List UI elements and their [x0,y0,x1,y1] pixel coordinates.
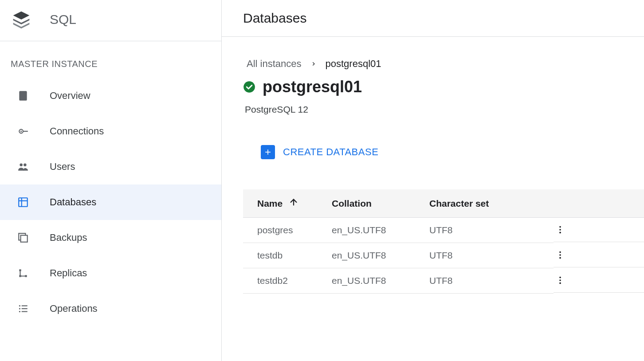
svg-point-24 [559,251,561,253]
svg-point-28 [559,279,561,281]
overview-icon [16,89,30,103]
row-actions-menu[interactable] [554,225,567,235]
column-header-name-label: Name [257,198,283,209]
main-content: Databases All instances postgresql01 pos… [222,0,644,361]
plus-icon [261,145,275,159]
row-actions-menu[interactable] [554,250,567,260]
column-header-charset[interactable]: Character set [429,189,554,218]
sidebar: SQL MASTER INSTANCE Overview Connections [0,0,222,361]
breadcrumb: All instances postgresql01 [243,58,644,70]
svg-point-19 [243,81,255,93]
table-row: testdb en_US.UTF8 UTF8 [243,243,644,268]
sidebar-item-label: Users [50,161,75,173]
db-collation-cell: en_US.UTF8 [332,243,429,268]
db-collation-cell: en_US.UTF8 [332,268,429,294]
svg-rect-14 [22,305,27,306]
svg-point-26 [559,257,561,259]
svg-point-4 [24,163,27,166]
sidebar-items: Overview Connections Users Databases [0,78,221,326]
chevron-right-icon [310,61,317,67]
sidebar-item-label: Databases [50,196,96,208]
sidebar-item-operations[interactable]: Operations [0,291,221,326]
sidebar-item-replicas[interactable]: Replicas [0,255,221,291]
sidebar-header: SQL [0,0,221,41]
column-header-name[interactable]: Name [257,197,298,209]
sidebar-item-label: Backups [50,232,87,243]
instance-title-row: postgresql01 [243,78,644,96]
page-title: Databases [243,11,623,26]
sidebar-item-label: Connections [50,126,104,137]
db-charset-cell: UTF8 [429,218,554,243]
row-actions-menu[interactable] [554,275,567,285]
svg-point-23 [559,232,561,234]
users-icon [16,160,30,174]
backups-icon [16,231,30,245]
replicas-icon [16,266,30,280]
svg-rect-18 [22,311,27,312]
column-header-collation[interactable]: Collation [332,189,429,218]
db-name-cell: testdb2 [243,268,332,294]
svg-point-22 [559,229,561,231]
create-database-button[interactable]: CREATE DATABASE [255,141,384,163]
sidebar-item-connections[interactable]: Connections [0,114,221,149]
operations-icon [16,302,30,316]
main-header: Databases [222,0,644,37]
svg-point-17 [19,311,20,312]
db-charset-cell: UTF8 [429,268,554,294]
db-name-cell: postgres [243,218,332,243]
instance-name: postgresql01 [263,78,362,96]
brand-title: SQL [50,12,76,27]
db-collation-cell: en_US.UTF8 [332,218,429,243]
sort-ascending-icon [289,197,298,209]
sidebar-item-backups[interactable]: Backups [0,220,221,255]
svg-rect-10 [19,269,21,271]
svg-rect-5 [19,198,27,207]
create-database-label: CREATE DATABASE [283,146,378,158]
sidebar-item-label: Overview [50,90,90,102]
svg-point-25 [559,254,561,256]
breadcrumb-root[interactable]: All instances [247,58,302,70]
svg-point-1 [20,130,22,132]
table-row: testdb2 en_US.UTF8 UTF8 [243,268,644,294]
sidebar-section-title: MASTER INSTANCE [0,41,221,78]
sidebar-item-databases[interactable]: Databases [0,184,221,220]
db-charset-cell: UTF8 [429,243,554,268]
sidebar-item-users[interactable]: Users [0,149,221,184]
sidebar-item-label: Operations [50,303,98,314]
svg-point-29 [559,282,561,284]
sidebar-item-overview[interactable]: Overview [0,78,221,114]
sql-logo-icon [11,9,32,30]
connections-icon [16,124,30,138]
svg-rect-16 [22,308,27,309]
svg-rect-9 [21,235,27,242]
svg-point-15 [19,308,20,309]
instance-version: PostgreSQL 12 [243,104,644,115]
svg-point-13 [19,305,20,306]
databases-table: Name Collation Character set p [243,189,644,294]
table-row: postgres en_US.UTF8 UTF8 [243,218,644,243]
svg-point-3 [20,163,23,166]
db-name-cell: testdb [243,243,332,268]
status-ok-icon [243,81,255,93]
databases-icon [16,195,30,209]
breadcrumb-current: postgresql01 [326,58,381,70]
svg-point-27 [559,276,561,278]
sidebar-item-label: Replicas [50,267,87,279]
svg-point-21 [559,226,561,228]
